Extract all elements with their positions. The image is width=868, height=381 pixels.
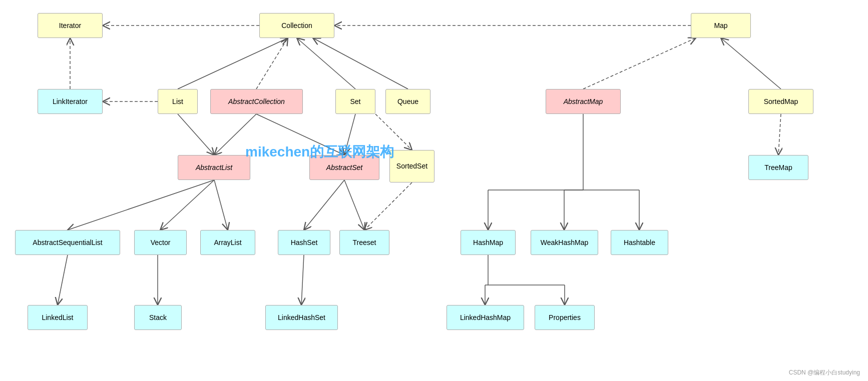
node-sortedset: SortedSet bbox=[389, 150, 435, 182]
svg-line-13 bbox=[344, 114, 355, 155]
node-linkedhashmap: LinkedHashMap bbox=[447, 305, 524, 330]
node-set: Set bbox=[335, 89, 375, 114]
node-stack: Stack bbox=[134, 305, 182, 330]
node-abstractset: AbstractSet bbox=[309, 155, 379, 180]
arrows-svg: Iterator (dashed, left arrow) --> Collec… bbox=[0, 0, 868, 381]
node-treemap: TreeMap bbox=[748, 155, 808, 180]
svg-line-15 bbox=[375, 114, 412, 150]
node-weakhashmap: WeakHashMap bbox=[531, 230, 598, 255]
node-collection: Collection bbox=[259, 13, 334, 38]
node-map: Map bbox=[691, 13, 751, 38]
node-linkiterator: LinkIterator bbox=[38, 89, 103, 114]
node-vector: Vector bbox=[134, 230, 187, 255]
credit-text: CSDN @编程小白studying bbox=[789, 368, 860, 377]
svg-line-17 bbox=[160, 180, 214, 230]
node-hashtable: Hashtable bbox=[611, 230, 668, 255]
node-abstractsequentiallist: AbstractSequentialList bbox=[15, 230, 120, 255]
svg-line-4 bbox=[297, 38, 355, 89]
svg-line-19 bbox=[304, 180, 344, 230]
svg-line-9 bbox=[721, 38, 781, 89]
node-arraylist: ArrayList bbox=[200, 230, 255, 255]
node-linkedhashset: LinkedHashSet bbox=[265, 305, 338, 330]
node-linkedlist: LinkedList bbox=[28, 305, 88, 330]
svg-line-18 bbox=[214, 180, 228, 230]
node-abstractcollection: AbstractCollection bbox=[210, 89, 303, 114]
node-abstractlist: AbstractList bbox=[178, 155, 250, 180]
diagram-container: Iterator (dashed, left arrow) --> Collec… bbox=[0, 0, 868, 381]
svg-line-8 bbox=[583, 38, 696, 89]
node-iterator: Iterator bbox=[38, 13, 103, 38]
node-list: List bbox=[158, 89, 198, 114]
svg-line-3 bbox=[178, 38, 288, 89]
node-treeset: Treeset bbox=[339, 230, 389, 255]
svg-line-6 bbox=[256, 38, 288, 89]
svg-line-29 bbox=[58, 255, 68, 305]
svg-line-21 bbox=[364, 182, 412, 230]
svg-line-10 bbox=[778, 114, 781, 155]
node-queue: Queue bbox=[385, 89, 430, 114]
svg-line-14 bbox=[256, 114, 344, 155]
svg-line-12 bbox=[214, 114, 256, 155]
svg-line-11 bbox=[178, 114, 214, 155]
svg-line-16 bbox=[68, 180, 214, 230]
svg-line-31 bbox=[301, 255, 304, 305]
node-abstractmap: AbstractMap bbox=[546, 89, 621, 114]
node-sortedmap: SortedMap bbox=[748, 89, 813, 114]
svg-line-20 bbox=[344, 180, 364, 230]
svg-line-5 bbox=[313, 38, 408, 89]
node-properties: Properties bbox=[535, 305, 595, 330]
node-hashset: HashSet bbox=[278, 230, 330, 255]
node-hashmap: HashMap bbox=[461, 230, 516, 255]
